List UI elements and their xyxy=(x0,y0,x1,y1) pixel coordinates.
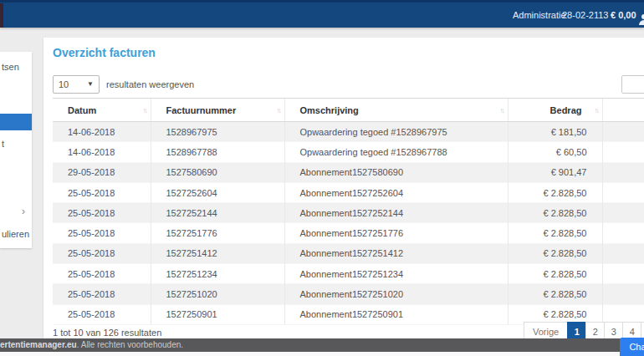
cell-datum: 25-05-2018 xyxy=(53,182,151,202)
topbar-date: 28-02-2113 xyxy=(562,3,608,28)
page-length-label: resultaten weergeven xyxy=(106,79,194,89)
sort-icon: ↑↓ xyxy=(595,106,598,114)
table-row: 25-05-20181527252604Abonnement1527252604… xyxy=(53,182,644,202)
cell-datum: 14-06-2018 xyxy=(53,142,151,162)
cell-factuurnummer: 1527251234 xyxy=(151,264,284,284)
cell-extra xyxy=(602,142,644,162)
cell-factuurnummer: 1527251776 xyxy=(151,223,284,243)
cell-datum: 25-05-2018 xyxy=(53,203,151,223)
cell-factuurnummer: 1527252144 xyxy=(151,203,284,223)
cell-datum: 14-06-2018 xyxy=(53,122,151,142)
sort-icon: ↑↓ xyxy=(500,106,503,114)
cell-datum: 29-05-2018 xyxy=(53,162,151,182)
sort-icon: ↑↓ xyxy=(277,106,280,114)
logo-sliver xyxy=(0,3,3,28)
sidebar-menu: tsen t › ulieren xyxy=(0,52,32,248)
cell-factuurnummer: 1527252604 xyxy=(151,182,284,202)
table-header-row: Datum ↑↓ Factuurnummer ↑↓ Omschrijving ↑… xyxy=(53,99,644,122)
cell-extra xyxy=(602,203,644,223)
cell-datum: 25-05-2018 xyxy=(53,304,151,324)
column-header-factuurnummer[interactable]: Factuurnummer ↑↓ xyxy=(151,99,284,122)
table-row: 14-06-20181528967788Opwaardering tegoed … xyxy=(53,142,644,162)
cell-bedrag: € 2.828,50 xyxy=(508,182,602,202)
column-header-extra[interactable]: ↑↓ xyxy=(602,99,644,122)
column-label: Bedrag xyxy=(550,105,582,115)
cell-extra xyxy=(602,122,644,142)
cell-datum: 25-05-2018 xyxy=(53,243,151,263)
column-header-bedrag[interactable]: Bedrag ↑↓ xyxy=(508,99,602,122)
invoices-table: Datum ↑↓ Factuurnummer ↑↓ Omschrijving ↑… xyxy=(53,98,644,325)
cell-bedrag: € 60,50 xyxy=(508,142,602,162)
cell-omschrijving: Abonnement1527251020 xyxy=(284,284,508,304)
search-input[interactable] xyxy=(621,75,644,94)
cell-factuurnummer: 1528967975 xyxy=(151,122,284,142)
column-header-omschrijving[interactable]: Omschrijving ↑↓ xyxy=(284,99,508,122)
copyright-bar: ertentiemanager.eu. Alle rechten voorbeh… xyxy=(0,338,644,352)
column-header-datum[interactable]: Datum ↑↓ xyxy=(53,99,151,122)
cell-extra xyxy=(602,243,644,263)
chat-button[interactable]: Chat xyxy=(620,338,644,356)
cell-omschrijving: Abonnement1527252144 xyxy=(284,203,508,223)
column-label: Datum xyxy=(68,105,96,115)
sidebar-item-active[interactable] xyxy=(0,114,32,130)
cell-extra xyxy=(602,223,644,243)
cell-bedrag: € 2.828,50 xyxy=(508,264,602,284)
table-row: 14-06-20181528967975Opwaardering tegoed … xyxy=(53,122,644,142)
cell-factuurnummer: 1527250901 xyxy=(151,304,284,324)
table-row: 25-05-20181527251234Abonnement1527251234… xyxy=(53,264,644,284)
cell-bedrag: € 181,50 xyxy=(508,122,602,142)
sidebar-item[interactable]: t xyxy=(0,139,32,149)
cell-omschrijving: Abonnement1527251412 xyxy=(284,243,508,263)
sort-icon: ↑↓ xyxy=(143,106,146,114)
cell-extra xyxy=(602,182,644,202)
cell-datum: 25-05-2018 xyxy=(53,284,151,304)
cell-omschrijving: Abonnement1527250901 xyxy=(284,304,508,324)
cell-omschrijving: Abonnement1527251776 xyxy=(284,223,508,243)
cell-bedrag: € 2.828,50 xyxy=(508,243,602,263)
topbar-balance[interactable]: € 0,00 xyxy=(611,3,636,28)
page-title: Overzicht facturen xyxy=(53,46,156,59)
cell-omschrijving: Abonnement1527251234 xyxy=(284,264,508,284)
table-row: 29-05-20181527580690Abonnement1527580690… xyxy=(53,162,644,182)
column-label: Factuurnummer xyxy=(166,105,237,115)
cell-factuurnummer: 1527251412 xyxy=(151,243,284,263)
cell-datum: 25-05-2018 xyxy=(53,264,151,284)
cell-factuurnummer: 1527251020 xyxy=(151,284,284,304)
table-row: 25-05-20181527251020Abonnement1527251020… xyxy=(53,284,644,304)
user-icon[interactable] xyxy=(638,9,644,21)
chevron-right-icon[interactable]: › xyxy=(0,206,32,217)
rights-text: . Alle rechten voorbehouden. xyxy=(77,340,183,349)
chevron-down-icon: ▼ xyxy=(87,76,94,93)
results-info: 1 tot 10 van 126 resultaten xyxy=(53,328,161,338)
invoices-panel: Overzicht facturen 10 ▼ resultaten weerg… xyxy=(43,38,644,338)
cell-bedrag: € 901,47 xyxy=(508,162,602,182)
sidebar-item[interactable]: ulieren xyxy=(0,229,32,239)
cell-factuurnummer: 1527580690 xyxy=(151,162,284,182)
bottom-strip xyxy=(0,352,644,356)
cell-datum: 25-05-2018 xyxy=(53,223,151,243)
sidebar-item[interactable]: tsen xyxy=(0,62,32,72)
column-label: Omschrijving xyxy=(300,105,359,115)
table-row: 25-05-20181527251776Abonnement1527251776… xyxy=(53,223,644,243)
top-navigation-bar: Administratie 28-02-2113 € 0,00 xyxy=(0,0,644,28)
cell-bedrag: € 2.828,50 xyxy=(508,223,602,243)
table-row: 25-05-20181527251412Abonnement1527251412… xyxy=(53,243,644,263)
page-length-value: 10 xyxy=(59,79,69,89)
brand-text: ertentiemanager.eu xyxy=(0,340,77,349)
cell-omschrijving: Opwaardering tegoed #1528967788 xyxy=(284,142,508,162)
cell-omschrijving: Abonnement1527580690 xyxy=(284,162,508,182)
cell-bedrag: € 2.828,50 xyxy=(508,203,602,223)
cell-extra xyxy=(602,162,644,182)
cell-extra xyxy=(602,264,644,284)
cell-omschrijving: Opwaardering tegoed #1528967975 xyxy=(284,122,508,142)
page-length-select[interactable]: 10 ▼ xyxy=(53,75,100,94)
cell-omschrijving: Abonnement1527252604 xyxy=(284,182,508,202)
table-row: 25-05-20181527252144Abonnement1527252144… xyxy=(53,203,644,223)
cell-bedrag: € 2.828,50 xyxy=(508,284,602,304)
topbar-administratie-menu[interactable]: Administratie xyxy=(513,3,566,28)
cell-factuurnummer: 1528967788 xyxy=(151,142,284,162)
cell-extra xyxy=(602,284,644,304)
invoice-table-body: 14-06-20181528967975Opwaardering tegoed … xyxy=(53,122,644,325)
